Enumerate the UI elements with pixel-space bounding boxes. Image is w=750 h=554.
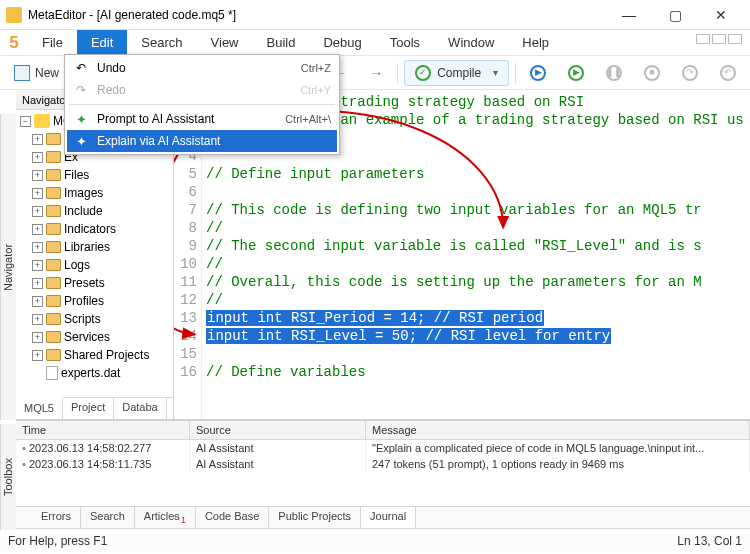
menu-separator bbox=[69, 104, 335, 105]
navigator-side-label[interactable]: Navigator bbox=[0, 114, 16, 420]
debug-start-button[interactable]: ▶ bbox=[522, 60, 554, 86]
tree-item[interactable]: +Scripts bbox=[16, 310, 173, 328]
tree-item[interactable]: +Files bbox=[16, 166, 173, 184]
compile-label: Compile bbox=[437, 66, 481, 80]
nav-tab-mql5[interactable]: MQL5 bbox=[16, 397, 63, 419]
step-icon: ↷ bbox=[682, 65, 698, 81]
expander-icon[interactable]: + bbox=[32, 314, 43, 325]
expander-icon[interactable]: + bbox=[32, 242, 43, 253]
col-message[interactable]: Message bbox=[366, 421, 750, 439]
pause-button[interactable]: ❚❚ bbox=[598, 60, 630, 86]
tree-item[interactable]: +Include bbox=[16, 202, 173, 220]
tree-item[interactable]: +Logs bbox=[16, 256, 173, 274]
status-help: For Help, press F1 bbox=[8, 534, 107, 548]
folder-icon bbox=[46, 223, 61, 235]
tab-errors[interactable]: Errors bbox=[32, 507, 81, 528]
mdi-controls[interactable] bbox=[696, 34, 742, 44]
menu-undo[interactable]: ↶UndoCtrl+Z bbox=[67, 57, 337, 79]
menu-edit[interactable]: Edit bbox=[77, 30, 127, 55]
expander-icon[interactable]: + bbox=[32, 188, 43, 199]
tree-item[interactable]: +Presets bbox=[16, 274, 173, 292]
step-button-1[interactable]: ↷ bbox=[674, 60, 706, 86]
new-button[interactable]: New bbox=[6, 60, 67, 86]
expander-icon[interactable]: + bbox=[32, 170, 43, 181]
toolbox-side-label[interactable]: Toolbox bbox=[0, 424, 16, 530]
expander-icon[interactable]: + bbox=[32, 260, 43, 271]
tree-item[interactable]: +Services bbox=[16, 328, 173, 346]
log-row[interactable]: 2023.06.13 14:58:02.277AI Assistant"Expl… bbox=[16, 440, 750, 456]
new-label: New bbox=[35, 66, 59, 80]
toolbox-rows[interactable]: 2023.06.13 14:58:02.277AI Assistant"Expl… bbox=[16, 440, 750, 506]
menu-explain-ai[interactable]: ✦Explain via AI Assistant bbox=[67, 130, 337, 152]
navigator-title: Navigator bbox=[22, 94, 69, 106]
tree-item[interactable]: experts.dat bbox=[16, 364, 173, 382]
tab-articles[interactable]: Articles1 bbox=[135, 507, 196, 528]
separator bbox=[515, 63, 516, 83]
tab-journal[interactable]: Journal bbox=[361, 507, 416, 528]
log-row[interactable]: 2023.06.13 14:58:11.735AI Assistant247 t… bbox=[16, 456, 750, 472]
menu-window[interactable]: Window bbox=[434, 30, 508, 55]
menu-prompt-ai[interactable]: ✦Prompt to AI AssistantCtrl+Alt+\ bbox=[67, 108, 337, 130]
step-button-2[interactable]: ↶ bbox=[712, 60, 744, 86]
expander-icon[interactable]: + bbox=[32, 332, 43, 343]
minimize-button[interactable]: — bbox=[606, 1, 652, 29]
debug-start-icon: ▶ bbox=[530, 65, 546, 81]
ai-icon: ✦ bbox=[73, 112, 89, 127]
file-icon bbox=[46, 366, 58, 380]
compile-button[interactable]: ✓Compile▾ bbox=[404, 60, 509, 86]
folder-icon bbox=[46, 277, 61, 289]
folder-icon bbox=[46, 133, 61, 145]
col-time[interactable]: Time bbox=[16, 421, 190, 439]
tree-item[interactable]: +Shared Projects bbox=[16, 346, 173, 364]
stop-icon: ■ bbox=[644, 65, 660, 81]
folder-icon bbox=[46, 187, 61, 199]
close-button[interactable]: ✕ bbox=[698, 1, 744, 29]
undo-icon: ↶ bbox=[73, 61, 89, 75]
nav-tab-project[interactable]: Project bbox=[63, 398, 114, 419]
mql5-folder-icon bbox=[34, 114, 50, 128]
menu-file[interactable]: File bbox=[28, 30, 77, 55]
expander-icon[interactable]: + bbox=[32, 224, 43, 235]
nav-tab-database[interactable]: Databa bbox=[114, 398, 166, 419]
menu-debug[interactable]: Debug bbox=[309, 30, 375, 55]
folder-icon bbox=[46, 295, 61, 307]
logo-5-icon: 5 bbox=[0, 30, 28, 55]
folder-icon bbox=[46, 205, 61, 217]
step-icon: ↶ bbox=[720, 65, 736, 81]
expander-icon[interactable]: + bbox=[32, 296, 43, 307]
window-title: MetaEditor - [AI generated code.mq5 *] bbox=[28, 8, 606, 22]
new-file-icon bbox=[14, 65, 30, 81]
menu-help[interactable]: Help bbox=[508, 30, 563, 55]
tab-search[interactable]: Search bbox=[81, 507, 135, 528]
menu-search[interactable]: Search bbox=[127, 30, 196, 55]
col-source[interactable]: Source bbox=[190, 421, 366, 439]
expander-icon[interactable]: + bbox=[32, 278, 43, 289]
edit-dropdown: ↶UndoCtrl+Z ↷RedoCtrl+Y ✦Prompt to AI As… bbox=[64, 54, 340, 155]
folder-icon bbox=[46, 169, 61, 181]
tree-item[interactable]: +Libraries bbox=[16, 238, 173, 256]
tree-item[interactable]: +Profiles bbox=[16, 292, 173, 310]
pause-icon: ❚❚ bbox=[606, 65, 622, 81]
tree-item[interactable]: +Images bbox=[16, 184, 173, 202]
app-icon bbox=[6, 7, 22, 23]
menu-build[interactable]: Build bbox=[253, 30, 310, 55]
tab-codebase[interactable]: Code Base bbox=[196, 507, 269, 528]
folder-icon bbox=[46, 313, 61, 325]
folder-icon bbox=[46, 349, 61, 361]
stop-button[interactable]: ■ bbox=[636, 60, 668, 86]
run-button[interactable]: ▶ bbox=[560, 60, 592, 86]
expander-icon[interactable]: + bbox=[32, 350, 43, 361]
expander-icon[interactable]: + bbox=[32, 206, 43, 217]
separator bbox=[397, 63, 398, 83]
maximize-button[interactable]: ▢ bbox=[652, 1, 698, 29]
nav-forward-button[interactable]: → bbox=[361, 60, 391, 86]
folder-icon bbox=[46, 151, 61, 163]
tab-public-projects[interactable]: Public Projects bbox=[269, 507, 361, 528]
menu-tools[interactable]: Tools bbox=[376, 30, 434, 55]
expander-icon[interactable]: + bbox=[32, 152, 43, 163]
expander-icon[interactable]: − bbox=[20, 116, 31, 127]
tree-item[interactable]: +Indicators bbox=[16, 220, 173, 238]
run-icon: ▶ bbox=[568, 65, 584, 81]
menu-view[interactable]: View bbox=[197, 30, 253, 55]
expander-icon[interactable]: + bbox=[32, 134, 43, 145]
